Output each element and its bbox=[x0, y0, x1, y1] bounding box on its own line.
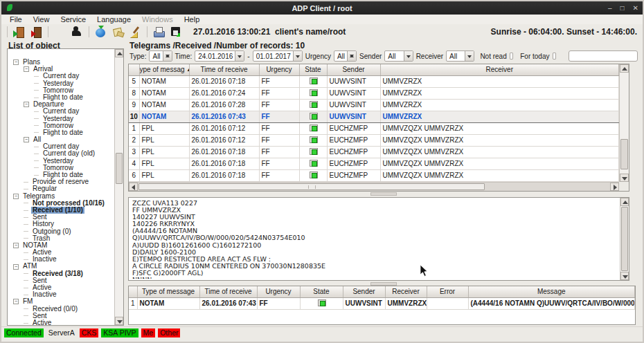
chevron-down-icon[interactable] bbox=[404, 51, 413, 61]
column-header[interactable]: State bbox=[299, 64, 327, 75]
collapse-icon[interactable]: − bbox=[13, 264, 19, 270]
chevron-down-icon[interactable] bbox=[465, 51, 474, 61]
column-header[interactable]: Message bbox=[468, 286, 635, 297]
quick-search-input[interactable] bbox=[569, 50, 638, 62]
telegram-row[interactable]: 4FPL26.01.2016 07:18FFEUCHZMFPUMMVZQZX U… bbox=[129, 158, 619, 169]
menu-language[interactable]: Language bbox=[91, 15, 136, 24]
collapse-icon[interactable]: − bbox=[13, 243, 19, 248]
message-scroll-thumb[interactable] bbox=[621, 207, 628, 271]
column-header[interactable]: State bbox=[300, 286, 343, 297]
scroll-up-icon[interactable] bbox=[620, 198, 629, 206]
tree-item-outgoing-0-[interactable]: Outgoing (0) bbox=[8, 228, 114, 235]
table-vertical-scrollbar[interactable] bbox=[619, 64, 629, 182]
chevron-down-icon[interactable] bbox=[235, 51, 244, 61]
column-header[interactable]: Time of receive bbox=[189, 64, 259, 75]
send-telegram-icon[interactable] bbox=[111, 26, 125, 38]
tree-item-sent[interactable]: Sent bbox=[8, 214, 114, 221]
tree-item-plans[interactable]: −Plans bbox=[8, 59, 114, 66]
time-from-select[interactable]: 24.01.2016 bbox=[195, 50, 244, 62]
telegram-row[interactable]: 8NOTAM26.01.2016 07:24FFUUWVSINTUMMVZRZX bbox=[129, 87, 619, 99]
column-header[interactable]: Type of message bbox=[137, 286, 199, 297]
column-header[interactable]: Urgency bbox=[259, 64, 299, 75]
tree-item-provide-of-reserve[interactable]: Provide of reserve bbox=[8, 178, 114, 185]
tree-item-sent[interactable]: Sent bbox=[8, 277, 114, 284]
minimize-button[interactable]: – bbox=[608, 4, 612, 12]
column-header[interactable]: ype of messag ▲ bbox=[139, 64, 189, 75]
telegram-row[interactable]: 2FPL26.01.2016 07:12FFEUCHZMFPUMMVZQZX U… bbox=[129, 134, 619, 146]
tree-item-received-0-0-[interactable]: Received (0/0) bbox=[8, 306, 114, 313]
scroll-up-icon[interactable] bbox=[620, 64, 629, 73]
table-hscroll-thumb[interactable] bbox=[138, 183, 485, 190]
address-book-icon[interactable] bbox=[53, 26, 66, 38]
tree-item-history[interactable]: History bbox=[8, 221, 114, 228]
login-icon[interactable] bbox=[12, 26, 26, 38]
tree-item-active[interactable]: Active bbox=[8, 249, 114, 256]
collapse-icon[interactable]: − bbox=[13, 194, 19, 199]
telegram-row[interactable]: 9NOTAM26.01.2016 07:28FFUUWVSINTUMMVZRZX bbox=[129, 99, 619, 111]
tree-scrollbar[interactable] bbox=[114, 49, 123, 325]
not-read-checkbox[interactable] bbox=[510, 53, 514, 59]
tree-item-notam[interactable]: −NOTAM bbox=[8, 242, 114, 249]
menu-windows[interactable]: Windows bbox=[136, 15, 179, 24]
telegram-row[interactable]: 1FPL26.01.2016 07:12FFEUCHZMFPUMMVZQZX U… bbox=[129, 122, 619, 134]
tree-item-active[interactable]: Active bbox=[8, 319, 114, 326]
column-header[interactable]: Receiver bbox=[385, 286, 427, 297]
menu-help[interactable]: Help bbox=[179, 15, 206, 24]
telegram-row[interactable]: 10NOTAM26.01.2016 07:43FFUUWVSINTUMMVZRZ… bbox=[129, 111, 619, 122]
column-header[interactable]: Time of receive bbox=[199, 286, 257, 297]
telegram-row[interactable]: 3FPL26.01.2016 07:18FFEUCHZMFPUMMVZQZX U… bbox=[129, 146, 619, 158]
urgency-filter-select[interactable]: All bbox=[334, 50, 357, 62]
object-tree[interactable]: −Plans−ArrivalCurrent dayYesterdayTomorr… bbox=[7, 48, 124, 326]
tree-item-flight-to-date[interactable]: Flight to date bbox=[8, 129, 114, 136]
collapse-icon[interactable]: − bbox=[24, 137, 29, 142]
tree-item-active[interactable]: Active bbox=[8, 284, 114, 291]
collapse-icon[interactable]: − bbox=[24, 102, 29, 107]
type-filter-select[interactable]: All bbox=[149, 50, 172, 62]
column-header[interactable]: Sender bbox=[327, 64, 380, 75]
user-session-icon[interactable] bbox=[71, 26, 84, 38]
tree-scroll-thumb[interactable] bbox=[116, 153, 123, 184]
menu-view[interactable]: View bbox=[28, 15, 55, 24]
column-header[interactable]: Receiver bbox=[380, 64, 619, 75]
chevron-down-icon[interactable] bbox=[293, 51, 302, 61]
receiver-filter-select[interactable]: All bbox=[446, 50, 474, 62]
sender-filter-select[interactable]: All bbox=[384, 50, 413, 62]
collapse-icon[interactable]: − bbox=[13, 299, 19, 304]
collapse-icon[interactable]: − bbox=[24, 66, 29, 72]
menu-file[interactable]: File bbox=[4, 15, 28, 24]
column-header[interactable]: Urgency bbox=[257, 286, 300, 297]
table-vscroll-thumb[interactable] bbox=[620, 139, 628, 169]
time-to-select[interactable]: 01.01.2017 bbox=[253, 50, 303, 62]
spinner-icon[interactable] bbox=[163, 51, 172, 61]
menu-service[interactable]: Service bbox=[55, 15, 91, 24]
close-button[interactable]: ✕ bbox=[633, 4, 638, 12]
scroll-left-icon[interactable] bbox=[129, 183, 138, 191]
tree-item-current-day[interactable]: Current day bbox=[8, 108, 114, 115]
scroll-down-icon[interactable] bbox=[115, 317, 123, 325]
title-bar[interactable]: ADP Client / root – □ ✕ bbox=[1, 1, 643, 15]
globe-receive-icon[interactable] bbox=[94, 26, 107, 38]
tree-item-sent[interactable]: Sent bbox=[8, 313, 114, 319]
print-icon[interactable] bbox=[152, 26, 166, 38]
splitter-handle[interactable] bbox=[370, 192, 397, 196]
column-header[interactable]: Error bbox=[427, 286, 468, 297]
table-horizontal-scrollbar[interactable] bbox=[129, 182, 619, 191]
save-icon[interactable] bbox=[170, 26, 183, 38]
scroll-down-icon[interactable] bbox=[620, 174, 629, 182]
tree-item-received-3-18-[interactable]: Received (3/18) bbox=[8, 270, 114, 277]
scroll-up-icon[interactable] bbox=[115, 49, 123, 57]
telegram-message-view[interactable]: ZCZC UVA113 0227FF UMMVZRZX140227 UUWVSI… bbox=[128, 197, 629, 281]
telegram-row[interactable]: 5NOTAM26.01.2016 07:18FFUUWVSINTUMMVZRZX bbox=[129, 75, 619, 87]
maximize-button[interactable]: □ bbox=[620, 4, 625, 12]
telegram-row[interactable]: 6FPL26.01.2016 07:18FFEUCHZMFPUMMVZQZX U… bbox=[129, 169, 619, 181]
collapse-icon[interactable]: − bbox=[13, 59, 19, 65]
clean-icon[interactable] bbox=[129, 26, 142, 38]
logout-icon[interactable] bbox=[30, 26, 43, 38]
tree-item-received-1-10-[interactable]: Received (1/10) bbox=[8, 207, 114, 214]
for-today-checkbox[interactable] bbox=[553, 53, 557, 59]
message-scrollbar[interactable] bbox=[620, 198, 629, 280]
scroll-down-icon[interactable] bbox=[620, 272, 629, 280]
detail-row[interactable]: 1NOTAM26.01.2016 07:43FFUUWVSINTUMMVZRZX… bbox=[129, 297, 635, 309]
column-header[interactable]: Sender bbox=[343, 286, 385, 297]
spinner-icon[interactable] bbox=[347, 51, 356, 61]
